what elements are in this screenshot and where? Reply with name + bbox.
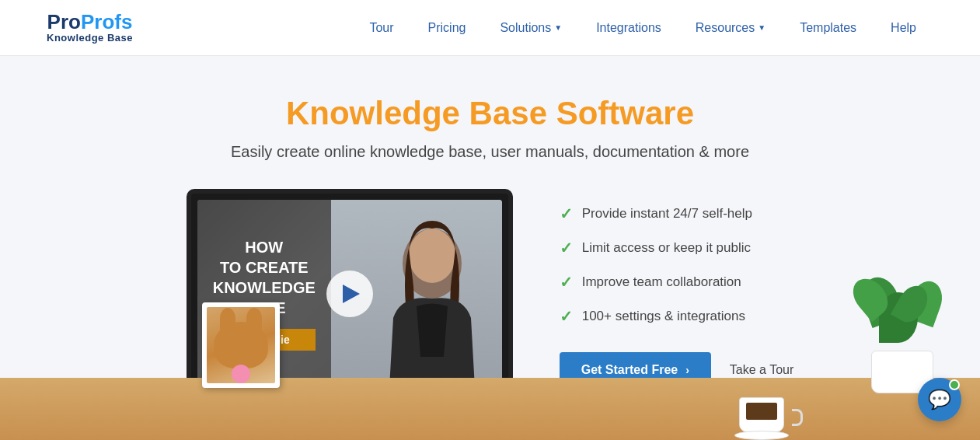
nav-item-resources[interactable]: Resources ▼ [678, 0, 783, 56]
feature-item: ✓ Provide instant 24/7 self-help [560, 197, 794, 231]
feature-item: ✓ 100+ settings & integrations [560, 299, 794, 333]
hero-section: Knowledge Base Software Easily create on… [0, 56, 980, 440]
arrow-right-icon: › [685, 364, 689, 376]
chat-online-dot [949, 379, 960, 390]
check-icon: ✓ [560, 239, 573, 257]
nav-item-templates[interactable]: Templates [783, 0, 874, 56]
nav-links: Tour Pricing Solutions ▼ Integrations Re… [352, 0, 933, 56]
nav-item-pricing[interactable]: Pricing [411, 0, 483, 56]
feature-item: ✓ Limit access or keep it public [560, 231, 794, 265]
check-icon: ✓ [560, 307, 573, 326]
person-silhouette-icon [370, 217, 494, 388]
logo[interactable]: ProProfs Knowledge Base [47, 12, 133, 44]
plant-decoration [856, 285, 949, 393]
hero-subtitle: Easily create online knowledge base, use… [47, 143, 933, 161]
nav-item-solutions[interactable]: Solutions ▼ [483, 0, 579, 56]
navbar: ProProfs Knowledge Base Tour Pricing Sol… [0, 0, 980, 56]
photo-frame [202, 302, 280, 388]
desk-background [0, 378, 980, 440]
check-icon: ✓ [560, 273, 573, 292]
dog-icon [214, 322, 268, 368]
check-icon: ✓ [560, 204, 573, 223]
nav-item-help[interactable]: Help [874, 0, 933, 56]
svg-point-1 [409, 229, 455, 283]
pink-dot [232, 365, 250, 383]
feature-text: Improve team collaboration [582, 274, 741, 290]
logo-subtitle: Knowledge Base [47, 32, 133, 44]
feature-text: 100+ settings & integrations [582, 309, 745, 324]
cup-saucer [734, 431, 789, 440]
feature-text: Provide instant 24/7 self-help [582, 206, 752, 222]
cup-body [739, 397, 784, 432]
chat-bubble-button[interactable] [918, 378, 961, 421]
logo-pro: Pro [47, 10, 81, 33]
logo-profs: Profs [81, 10, 132, 33]
feature-item: ✓ Improve team collaboration [560, 265, 794, 299]
play-button[interactable] [326, 271, 373, 317]
chevron-down-icon: ▼ [554, 0, 562, 56]
take-tour-link[interactable]: Take a Tour [730, 363, 793, 377]
features-wrap: ✓ Provide instant 24/7 self-help ✓ Limit… [560, 189, 794, 388]
coffee-cup-decoration [739, 393, 793, 440]
plant-leaves [856, 277, 949, 354]
coffee-liquid [746, 403, 777, 420]
chevron-down-icon: ▼ [758, 0, 766, 56]
cup-handle [792, 409, 803, 426]
hero-title: Knowledge Base Software [47, 95, 933, 132]
feature-text: Limit access or keep it public [582, 240, 751, 256]
nav-item-tour[interactable]: Tour [352, 0, 410, 56]
nav-item-integrations[interactable]: Integrations [579, 0, 678, 56]
